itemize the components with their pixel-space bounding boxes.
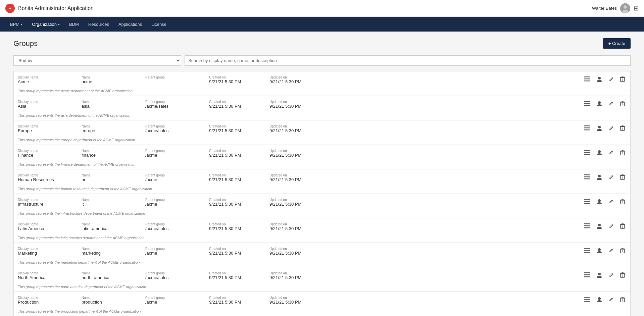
nav-resources[interactable]: Resources	[84, 17, 114, 32]
delete-button-0[interactable]	[619, 76, 626, 84]
parent-value-4: /acme	[145, 177, 209, 182]
group-desc-4: This group represents the human resource…	[14, 186, 630, 194]
parent-label-1: Parent group	[145, 100, 209, 104]
table-row: Display name Production Name production …	[14, 292, 630, 316]
sort-select[interactable]: Sort by	[13, 55, 181, 66]
svg-rect-37	[584, 154, 590, 155]
group-updated-col-6: Updated on 9/21/21 5:30 PM	[269, 222, 330, 231]
delete-button-3[interactable]	[619, 149, 626, 157]
subgroups-button-2[interactable]	[583, 125, 591, 133]
updated-value-2: 9/21/21 5:30 PM	[269, 128, 330, 133]
svg-rect-76	[584, 250, 590, 251]
subgroups-button-9[interactable]	[583, 296, 591, 304]
edit-button-8[interactable]	[607, 272, 615, 279]
users-button-5[interactable]	[595, 198, 603, 206]
subgroups-button-7[interactable]	[583, 247, 591, 255]
parent-label-5: Parent group	[145, 198, 209, 202]
group-display-name-col-2: Display name Europe	[18, 124, 82, 133]
parent-value-3: /acme	[145, 153, 209, 158]
grid-icon[interactable]: ⊞	[634, 5, 639, 12]
users-button-0[interactable]	[595, 76, 603, 84]
nav-organization[interactable]: Organization ▾	[27, 17, 64, 32]
svg-point-89	[597, 276, 602, 278]
edit-button-1[interactable]	[607, 101, 615, 108]
svg-point-8	[598, 77, 601, 80]
edit-button-0[interactable]	[607, 76, 615, 84]
delete-button-2[interactable]	[619, 125, 626, 133]
users-button-2[interactable]	[595, 125, 603, 133]
edit-button-4[interactable]	[607, 174, 615, 181]
edit-button-9[interactable]	[607, 297, 615, 304]
edit-button-5[interactable]	[607, 199, 615, 206]
nav-applications[interactable]: Applications	[114, 17, 147, 32]
users-button-1[interactable]	[595, 100, 603, 108]
created-value-5: 9/21/21 5:30 PM	[209, 202, 269, 207]
subgroups-button-6[interactable]	[583, 223, 591, 231]
updated-label-5: Updated on	[269, 198, 330, 202]
users-button-8[interactable]	[595, 272, 603, 280]
users-button-3[interactable]	[595, 149, 603, 157]
svg-rect-34	[622, 125, 624, 126]
delete-button-5[interactable]	[619, 198, 626, 206]
delete-button-9[interactable]	[619, 296, 626, 304]
svg-rect-45	[584, 174, 590, 175]
edit-button-2[interactable]	[607, 125, 615, 133]
delete-button-4[interactable]	[619, 174, 626, 182]
name-value-3: finance	[82, 153, 145, 158]
svg-rect-64	[622, 199, 624, 200]
nav-license[interactable]: License	[147, 17, 171, 32]
updated-label-1: Updated on	[269, 100, 330, 104]
subgroups-button-3[interactable]	[583, 149, 591, 157]
group-desc-8: This group represents the north america …	[14, 284, 630, 292]
edit-button-6[interactable]	[607, 223, 615, 230]
users-button-4[interactable]	[595, 174, 603, 182]
delete-button-8[interactable]	[619, 272, 626, 280]
name-value-8: north_america	[82, 275, 145, 280]
subgroups-button-0[interactable]	[583, 76, 591, 84]
svg-point-98	[598, 297, 601, 300]
svg-point-59	[597, 202, 602, 204]
edit-button-7[interactable]	[607, 248, 615, 255]
subgroups-button-5[interactable]	[583, 198, 591, 206]
subgroups-button-8[interactable]	[583, 272, 591, 280]
delete-button-1[interactable]	[619, 100, 626, 108]
svg-rect-100	[621, 298, 625, 302]
group-display-name-col-6: Display name Latin America	[18, 222, 82, 231]
group-updated-col-7: Updated on 9/21/21 5:30 PM	[269, 247, 330, 256]
svg-rect-71	[622, 225, 623, 228]
table-row: Display name Infrastructure Name it Pare…	[14, 194, 630, 218]
users-button-6[interactable]	[595, 223, 603, 231]
create-button[interactable]: + Create	[603, 38, 631, 49]
delete-button-7[interactable]	[619, 247, 626, 255]
parent-value-8: /acme/sales	[145, 275, 209, 280]
subgroups-button-1[interactable]	[583, 100, 591, 108]
group-main-0: Display name Acme Name acme Parent group…	[14, 71, 630, 88]
svg-point-49	[597, 178, 602, 180]
search-input[interactable]	[185, 55, 631, 66]
display-name-value-4: Human Resources	[18, 177, 82, 182]
created-value-4: 9/21/21 5:30 PM	[209, 177, 269, 182]
svg-rect-47	[584, 178, 590, 179]
group-parent-col-5: Parent group /acme	[145, 198, 209, 207]
parent-value-5: /acme	[145, 202, 209, 207]
nav-bdm[interactable]: BDM	[64, 17, 84, 32]
users-button-7[interactable]	[595, 247, 603, 255]
svg-rect-104	[622, 297, 624, 298]
table-row: Display name Human Resources Name hr Par…	[14, 169, 630, 194]
group-parent-col-7: Parent group /acme	[145, 247, 209, 256]
svg-rect-22	[623, 103, 624, 105]
delete-button-6[interactable]	[619, 223, 626, 231]
display-name-value-2: Europe	[18, 128, 82, 133]
created-label-9: Created on	[209, 296, 269, 300]
users-button-9[interactable]	[595, 296, 603, 304]
svg-rect-24	[622, 101, 624, 102]
subgroups-button-4[interactable]	[583, 174, 591, 182]
display-name-label-7: Display name	[18, 247, 82, 251]
group-main-4: Display name Human Resources Name hr Par…	[14, 169, 630, 186]
svg-rect-82	[623, 250, 624, 252]
svg-rect-84	[622, 248, 624, 249]
nav-bpm[interactable]: BPM ▾	[5, 17, 27, 32]
edit-button-3[interactable]	[607, 150, 615, 157]
updated-label-3: Updated on	[269, 149, 330, 153]
created-value-2: 9/21/21 5:30 PM	[209, 128, 269, 133]
